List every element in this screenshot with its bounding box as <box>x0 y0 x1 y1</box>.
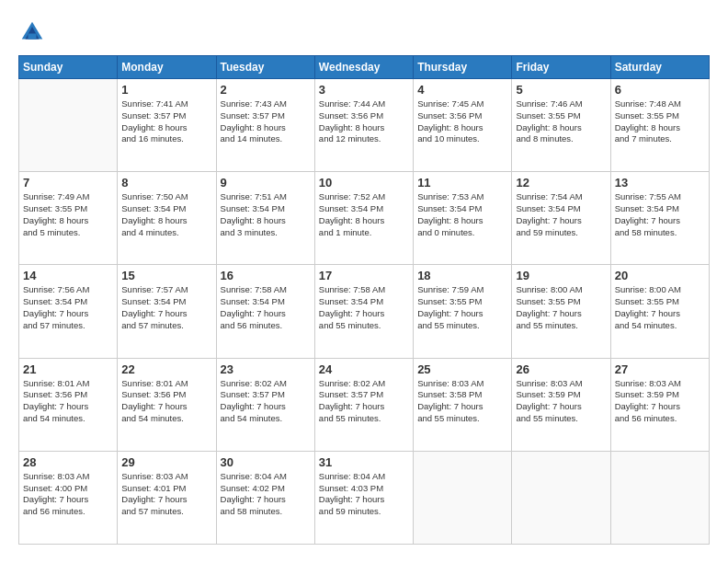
day-number: 21 <box>23 362 113 376</box>
day-cell: 3Sunrise: 7:44 AM Sunset: 3:56 PM Daylig… <box>314 79 413 172</box>
day-info: Sunrise: 8:03 AM Sunset: 3:59 PM Dayligh… <box>516 378 606 425</box>
day-number: 1 <box>121 83 211 97</box>
day-cell: 5Sunrise: 7:46 AM Sunset: 3:55 PM Daylig… <box>512 79 610 172</box>
calendar-table: SundayMondayTuesdayWednesdayThursdayFrid… <box>18 55 710 545</box>
day-cell <box>512 451 610 544</box>
day-cell: 27Sunrise: 8:03 AM Sunset: 3:59 PM Dayli… <box>610 358 709 451</box>
header-cell-friday: Friday <box>512 56 610 79</box>
header-cell-saturday: Saturday <box>610 56 709 79</box>
day-info: Sunrise: 7:43 AM Sunset: 3:57 PM Dayligh… <box>221 98 311 145</box>
day-info: Sunrise: 8:00 AM Sunset: 3:55 PM Dayligh… <box>615 284 705 331</box>
day-cell: 26Sunrise: 8:03 AM Sunset: 3:59 PM Dayli… <box>512 358 610 451</box>
day-cell: 28Sunrise: 8:03 AM Sunset: 4:00 PM Dayli… <box>19 451 118 544</box>
logo-icon <box>18 18 46 46</box>
day-cell: 8Sunrise: 7:50 AM Sunset: 3:54 PM Daylig… <box>118 172 216 265</box>
day-cell: 25Sunrise: 8:03 AM Sunset: 3:58 PM Dayli… <box>414 358 512 451</box>
day-cell <box>414 451 512 544</box>
day-cell <box>610 451 709 544</box>
day-number: 9 <box>221 176 311 190</box>
day-number: 5 <box>516 83 606 97</box>
day-cell: 30Sunrise: 8:04 AM Sunset: 4:02 PM Dayli… <box>216 451 314 544</box>
day-info: Sunrise: 7:45 AM Sunset: 3:56 PM Dayligh… <box>417 98 507 145</box>
week-row-2: 7Sunrise: 7:49 AM Sunset: 3:55 PM Daylig… <box>19 172 710 265</box>
header-cell-tuesday: Tuesday <box>216 56 314 79</box>
day-info: Sunrise: 8:00 AM Sunset: 3:55 PM Dayligh… <box>516 284 606 331</box>
day-info: Sunrise: 7:51 AM Sunset: 3:54 PM Dayligh… <box>221 191 311 238</box>
day-info: Sunrise: 7:41 AM Sunset: 3:57 PM Dayligh… <box>121 98 211 145</box>
day-cell: 2Sunrise: 7:43 AM Sunset: 3:57 PM Daylig… <box>216 79 314 172</box>
day-number: 22 <box>121 362 211 376</box>
header-cell-wednesday: Wednesday <box>314 56 413 79</box>
day-cell: 6Sunrise: 7:48 AM Sunset: 3:55 PM Daylig… <box>610 79 709 172</box>
day-number: 10 <box>319 176 409 190</box>
day-number: 15 <box>121 269 211 282</box>
day-cell: 11Sunrise: 7:53 AM Sunset: 3:54 PM Dayli… <box>414 172 512 265</box>
day-cell: 7Sunrise: 7:49 AM Sunset: 3:55 PM Daylig… <box>19 172 118 265</box>
day-cell <box>19 79 118 172</box>
day-info: Sunrise: 8:03 AM Sunset: 4:01 PM Dayligh… <box>121 471 211 518</box>
day-cell: 17Sunrise: 7:58 AM Sunset: 3:54 PM Dayli… <box>314 265 413 358</box>
day-number: 24 <box>319 362 409 376</box>
day-number: 30 <box>221 455 311 469</box>
day-info: Sunrise: 8:03 AM Sunset: 3:59 PM Dayligh… <box>615 378 705 425</box>
header <box>18 18 710 46</box>
week-row-5: 28Sunrise: 8:03 AM Sunset: 4:00 PM Dayli… <box>19 451 710 544</box>
day-info: Sunrise: 7:54 AM Sunset: 3:54 PM Dayligh… <box>516 191 606 238</box>
day-number: 17 <box>319 269 409 282</box>
day-number: 19 <box>516 269 606 282</box>
day-info: Sunrise: 8:01 AM Sunset: 3:56 PM Dayligh… <box>23 378 113 425</box>
day-number: 16 <box>221 269 311 282</box>
day-cell: 31Sunrise: 8:04 AM Sunset: 4:03 PM Dayli… <box>314 451 413 544</box>
day-cell: 22Sunrise: 8:01 AM Sunset: 3:56 PM Dayli… <box>118 358 216 451</box>
week-row-3: 14Sunrise: 7:56 AM Sunset: 3:54 PM Dayli… <box>19 265 710 358</box>
header-cell-thursday: Thursday <box>414 56 512 79</box>
day-info: Sunrise: 8:04 AM Sunset: 4:03 PM Dayligh… <box>319 471 409 518</box>
day-number: 18 <box>417 269 507 282</box>
day-cell: 16Sunrise: 7:58 AM Sunset: 3:54 PM Dayli… <box>216 265 314 358</box>
day-cell: 21Sunrise: 8:01 AM Sunset: 3:56 PM Dayli… <box>19 358 118 451</box>
day-cell: 24Sunrise: 8:02 AM Sunset: 3:57 PM Dayli… <box>314 358 413 451</box>
day-number: 6 <box>615 83 705 97</box>
day-info: Sunrise: 7:57 AM Sunset: 3:54 PM Dayligh… <box>121 284 211 331</box>
day-info: Sunrise: 7:52 AM Sunset: 3:54 PM Dayligh… <box>319 191 409 238</box>
day-number: 3 <box>319 83 409 97</box>
day-info: Sunrise: 7:56 AM Sunset: 3:54 PM Dayligh… <box>23 284 113 331</box>
day-info: Sunrise: 8:03 AM Sunset: 3:58 PM Dayligh… <box>417 378 507 425</box>
day-info: Sunrise: 7:55 AM Sunset: 3:54 PM Dayligh… <box>615 191 705 238</box>
day-cell: 15Sunrise: 7:57 AM Sunset: 3:54 PM Dayli… <box>118 265 216 358</box>
day-number: 25 <box>417 362 507 376</box>
day-number: 23 <box>221 362 311 376</box>
day-cell: 19Sunrise: 8:00 AM Sunset: 3:55 PM Dayli… <box>512 265 610 358</box>
day-number: 27 <box>615 362 705 376</box>
day-info: Sunrise: 7:44 AM Sunset: 3:56 PM Dayligh… <box>319 98 409 145</box>
day-info: Sunrise: 7:49 AM Sunset: 3:55 PM Dayligh… <box>23 191 113 238</box>
day-number: 12 <box>516 176 606 190</box>
day-number: 8 <box>121 176 211 190</box>
day-number: 4 <box>417 83 507 97</box>
svg-rect-2 <box>28 34 37 40</box>
day-info: Sunrise: 7:50 AM Sunset: 3:54 PM Dayligh… <box>121 191 211 238</box>
day-number: 20 <box>615 269 705 282</box>
day-info: Sunrise: 7:58 AM Sunset: 3:54 PM Dayligh… <box>319 284 409 331</box>
day-number: 7 <box>23 176 113 190</box>
day-info: Sunrise: 8:02 AM Sunset: 3:57 PM Dayligh… <box>319 378 409 425</box>
week-row-1: 1Sunrise: 7:41 AM Sunset: 3:57 PM Daylig… <box>19 79 710 172</box>
day-cell: 10Sunrise: 7:52 AM Sunset: 3:54 PM Dayli… <box>314 172 413 265</box>
day-cell: 29Sunrise: 8:03 AM Sunset: 4:01 PM Dayli… <box>118 451 216 544</box>
day-cell: 14Sunrise: 7:56 AM Sunset: 3:54 PM Dayli… <box>19 265 118 358</box>
header-cell-sunday: Sunday <box>19 56 118 79</box>
day-info: Sunrise: 8:02 AM Sunset: 3:57 PM Dayligh… <box>221 378 311 425</box>
day-number: 26 <box>516 362 606 376</box>
day-number: 28 <box>23 455 113 469</box>
day-info: Sunrise: 7:58 AM Sunset: 3:54 PM Dayligh… <box>221 284 311 331</box>
logo <box>18 18 50 46</box>
day-cell: 1Sunrise: 7:41 AM Sunset: 3:57 PM Daylig… <box>118 79 216 172</box>
header-cell-monday: Monday <box>118 56 216 79</box>
day-cell: 9Sunrise: 7:51 AM Sunset: 3:54 PM Daylig… <box>216 172 314 265</box>
day-number: 11 <box>417 176 507 190</box>
day-number: 2 <box>221 83 311 97</box>
day-cell: 12Sunrise: 7:54 AM Sunset: 3:54 PM Dayli… <box>512 172 610 265</box>
day-number: 13 <box>615 176 705 190</box>
day-info: Sunrise: 7:53 AM Sunset: 3:54 PM Dayligh… <box>417 191 507 238</box>
page: SundayMondayTuesdayWednesdayThursdayFrid… <box>0 0 728 563</box>
